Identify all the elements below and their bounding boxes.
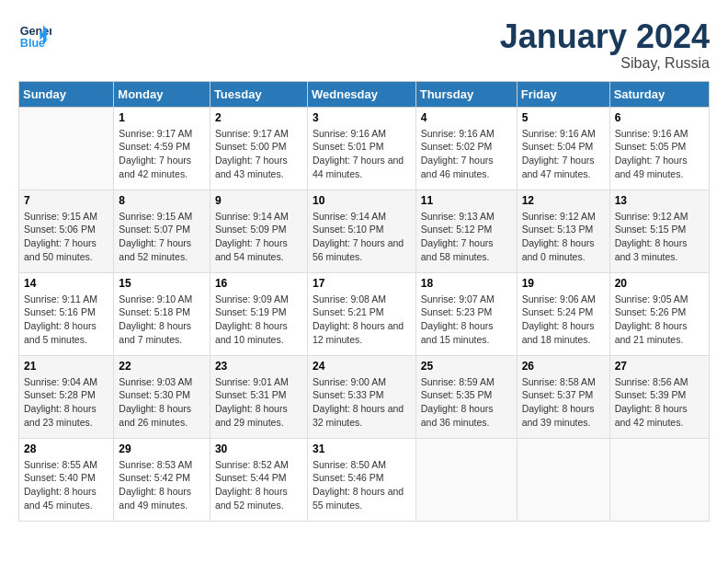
column-header-thursday: Thursday xyxy=(415,81,517,107)
calendar-cell: 28Sunrise: 8:55 AMSunset: 5:40 PMDayligh… xyxy=(19,438,114,521)
sunset-text: Sunset: 5:46 PM xyxy=(313,471,411,485)
day-number: 8 xyxy=(119,194,205,207)
month-title: January 2024 xyxy=(500,18,710,55)
day-number: 7 xyxy=(24,194,108,207)
day-number: 4 xyxy=(421,111,512,124)
day-info: Sunrise: 9:08 AMSunset: 5:21 PMDaylight:… xyxy=(313,293,411,347)
sunset-text: Sunset: 5:24 PM xyxy=(522,305,605,319)
sunset-text: Sunset: 5:02 PM xyxy=(421,140,512,154)
sunset-text: Sunset: 5:39 PM xyxy=(615,388,704,402)
calendar-cell: 19Sunrise: 9:06 AMSunset: 5:24 PMDayligh… xyxy=(517,272,609,355)
location: Sibay, Russia xyxy=(500,55,710,72)
sunset-text: Sunset: 5:35 PM xyxy=(421,388,512,402)
calendar-cell: 15Sunrise: 9:10 AMSunset: 5:18 PMDayligh… xyxy=(114,272,210,355)
sunrise-text: Sunrise: 8:56 AM xyxy=(615,375,704,389)
calendar-cell: 2Sunrise: 9:17 AMSunset: 5:00 PMDaylight… xyxy=(210,107,307,190)
sunset-text: Sunset: 5:44 PM xyxy=(215,471,302,485)
sunset-text: Sunset: 5:12 PM xyxy=(421,223,512,236)
day-info: Sunrise: 8:58 AMSunset: 5:37 PMDaylight:… xyxy=(522,375,605,430)
sunrise-text: Sunrise: 9:08 AM xyxy=(313,293,411,306)
day-number: 19 xyxy=(522,277,605,290)
daylight-text: Daylight: 7 hours and 52 minutes. xyxy=(119,236,205,263)
calendar-cell: 21Sunrise: 9:04 AMSunset: 5:28 PMDayligh… xyxy=(19,355,114,438)
day-number: 11 xyxy=(421,194,512,207)
day-number: 29 xyxy=(119,442,205,455)
day-info: Sunrise: 9:14 AMSunset: 5:09 PMDaylight:… xyxy=(215,210,302,264)
day-info: Sunrise: 9:16 AMSunset: 5:02 PMDaylight:… xyxy=(421,127,512,181)
daylight-text: Daylight: 8 hours and 49 minutes. xyxy=(119,485,205,511)
week-row-2: 7Sunrise: 9:15 AMSunset: 5:06 PMDaylight… xyxy=(19,190,710,272)
daylight-text: Daylight: 8 hours and 21 minutes. xyxy=(615,319,704,346)
sunrise-text: Sunrise: 8:58 AM xyxy=(522,375,605,389)
daylight-text: Daylight: 8 hours and 12 minutes. xyxy=(313,319,411,346)
daylight-text: Daylight: 7 hours and 46 minutes. xyxy=(421,154,512,180)
sunrise-text: Sunrise: 9:13 AM xyxy=(421,210,512,224)
day-info: Sunrise: 9:00 AMSunset: 5:33 PMDaylight:… xyxy=(313,375,411,430)
sunrise-text: Sunrise: 8:59 AM xyxy=(421,375,512,389)
sunrise-text: Sunrise: 9:05 AM xyxy=(615,293,704,306)
daylight-text: Daylight: 8 hours and 15 minutes. xyxy=(421,319,512,346)
day-number: 16 xyxy=(215,277,302,290)
day-number: 17 xyxy=(313,277,411,290)
calendar-cell: 23Sunrise: 9:01 AMSunset: 5:31 PMDayligh… xyxy=(210,355,307,438)
daylight-text: Daylight: 7 hours and 50 minutes. xyxy=(24,236,108,263)
calendar-cell: 9Sunrise: 9:14 AMSunset: 5:09 PMDaylight… xyxy=(210,190,307,272)
day-number: 14 xyxy=(24,277,108,290)
calendar-cell: 6Sunrise: 9:16 AMSunset: 5:05 PMDaylight… xyxy=(609,107,709,190)
daylight-text: Daylight: 8 hours and 10 minutes. xyxy=(215,319,302,346)
column-header-friday: Friday xyxy=(517,81,609,107)
day-info: Sunrise: 9:10 AMSunset: 5:18 PMDaylight:… xyxy=(119,293,205,347)
sunset-text: Sunset: 5:18 PM xyxy=(119,305,205,319)
sunrise-text: Sunrise: 9:01 AM xyxy=(215,375,302,389)
calendar-table: SundayMondayTuesdayWednesdayThursdayFrid… xyxy=(18,81,710,522)
day-info: Sunrise: 9:04 AMSunset: 5:28 PMDaylight:… xyxy=(24,375,108,430)
column-header-tuesday: Tuesday xyxy=(210,81,307,107)
daylight-text: Daylight: 7 hours and 54 minutes. xyxy=(215,236,302,263)
daylight-text: Daylight: 7 hours and 43 minutes. xyxy=(215,154,302,180)
day-info: Sunrise: 9:12 AMSunset: 5:13 PMDaylight:… xyxy=(522,210,605,264)
day-number: 27 xyxy=(615,360,704,373)
sunset-text: Sunset: 5:19 PM xyxy=(215,305,302,319)
day-info: Sunrise: 9:09 AMSunset: 5:19 PMDaylight:… xyxy=(215,293,302,347)
daylight-text: Daylight: 8 hours and 29 minutes. xyxy=(215,402,302,429)
daylight-text: Daylight: 7 hours and 58 minutes. xyxy=(421,236,512,263)
sunrise-text: Sunrise: 9:16 AM xyxy=(421,127,512,141)
day-number: 31 xyxy=(313,442,411,455)
sunset-text: Sunset: 5:40 PM xyxy=(24,471,108,485)
sunrise-text: Sunrise: 9:00 AM xyxy=(313,375,411,389)
sunrise-text: Sunrise: 8:50 AM xyxy=(313,458,411,472)
daylight-text: Daylight: 8 hours and 39 minutes. xyxy=(522,402,605,429)
daylight-text: Daylight: 8 hours and 26 minutes. xyxy=(119,402,205,429)
day-info: Sunrise: 9:06 AMSunset: 5:24 PMDaylight:… xyxy=(522,293,605,347)
day-number: 10 xyxy=(313,194,411,207)
sunset-text: Sunset: 5:07 PM xyxy=(119,223,205,236)
day-info: Sunrise: 9:12 AMSunset: 5:15 PMDaylight:… xyxy=(615,210,704,264)
calendar-cell: 11Sunrise: 9:13 AMSunset: 5:12 PMDayligh… xyxy=(415,190,517,272)
daylight-text: Daylight: 8 hours and 36 minutes. xyxy=(421,402,512,429)
week-row-3: 14Sunrise: 9:11 AMSunset: 5:16 PMDayligh… xyxy=(19,272,710,355)
sunset-text: Sunset: 5:09 PM xyxy=(215,223,302,236)
calendar-cell xyxy=(609,438,709,521)
calendar-cell: 3Sunrise: 9:16 AMSunset: 5:01 PMDaylight… xyxy=(307,107,415,190)
day-number: 26 xyxy=(522,360,605,373)
daylight-text: Daylight: 8 hours and 32 minutes. xyxy=(313,402,411,429)
sunrise-text: Sunrise: 9:11 AM xyxy=(24,293,108,306)
daylight-text: Daylight: 7 hours and 49 minutes. xyxy=(615,154,704,180)
week-row-4: 21Sunrise: 9:04 AMSunset: 5:28 PMDayligh… xyxy=(19,355,710,438)
day-info: Sunrise: 9:16 AMSunset: 5:04 PMDaylight:… xyxy=(522,127,605,181)
sunset-text: Sunset: 5:42 PM xyxy=(119,471,205,485)
sunrise-text: Sunrise: 9:15 AM xyxy=(24,210,108,224)
sunrise-text: Sunrise: 8:53 AM xyxy=(119,458,205,472)
day-number: 22 xyxy=(119,360,205,373)
sunset-text: Sunset: 5:26 PM xyxy=(615,305,704,319)
sunrise-text: Sunrise: 9:17 AM xyxy=(215,127,302,141)
sunset-text: Sunset: 5:16 PM xyxy=(24,305,108,319)
day-number: 23 xyxy=(215,360,302,373)
sunrise-text: Sunrise: 9:12 AM xyxy=(615,210,704,224)
daylight-text: Daylight: 8 hours and 52 minutes. xyxy=(215,485,302,511)
logo: General Blue xyxy=(18,18,51,52)
day-number: 9 xyxy=(215,194,302,207)
sunset-text: Sunset: 5:06 PM xyxy=(24,223,108,236)
day-number: 24 xyxy=(313,360,411,373)
sunrise-text: Sunrise: 9:14 AM xyxy=(313,210,411,224)
